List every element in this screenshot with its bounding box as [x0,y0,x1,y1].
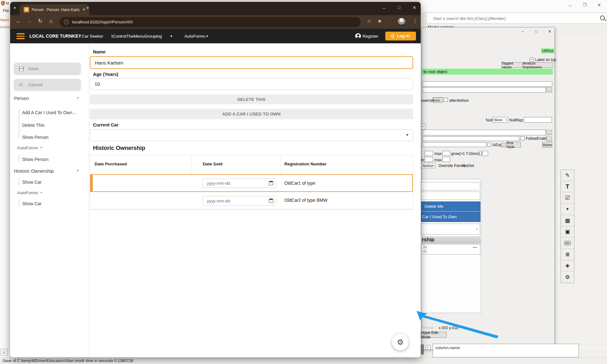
desktop-restore-button[interactable]: ❐ [581,3,588,7]
prototype-car-button[interactable]: Car I Used To Own [421,212,480,222]
home-button[interactable]: ⌂ [49,18,53,24]
column-name-panel[interactable]: column.name [433,344,579,357]
date-sold-input-row2[interactable] [202,196,276,206]
calendar-icon[interactable]: ▦ [561,215,574,226]
register-button[interactable]: Register [362,34,378,39]
cancel-button[interactable]: ⊘ Cancel [14,79,81,91]
tab-search-chevron[interactable]: ▾ [14,6,16,10]
desktop-close-button[interactable]: ✕ [595,3,603,8]
image-icon[interactable]: ▣ [561,226,574,238]
desktop-minimize-button[interactable]: – [566,3,574,8]
max-height-field[interactable] [442,157,450,162]
prototype-textbox-1[interactable] [421,182,480,190]
reload-button[interactable]: ↻ [38,18,42,24]
sidebar-group-person[interactable]: Person [14,96,29,101]
address-bar[interactable]: i localhost:8182/App#/Person/4!0 [59,17,361,27]
date-sold-input-row1[interactable] [202,178,276,188]
null-dropdown[interactable]: None▾ [493,117,508,123]
min-width-field[interactable] [424,151,433,156]
browser-close-button[interactable]: ✕ [411,5,418,10]
notset-dropdown[interactable]: NotSet▾ [421,163,436,168]
sidebar-item-delete-this[interactable]: Delete This [22,123,45,128]
prototype-delete-me-button[interactable]: Delete Me [421,201,480,211]
bookmark-star-icon[interactable]: ☆ [367,18,371,24]
min-height-field[interactable] [424,157,433,162]
expression-field-1[interactable] [423,81,552,87]
calendar-icon[interactable] [269,181,273,185]
expression-ellipsis-button-1[interactable]: ... [546,87,552,92]
max-width-field[interactable] [442,151,450,156]
expression-field-4[interactable] [423,136,519,141]
settings-fab[interactable]: ⚙ [392,334,409,350]
sidebar-item-show-car-2[interactable]: Show Car [22,201,41,206]
followenable-ellipsis-button[interactable]: ... [546,137,552,141]
followenable-checkbox[interactable] [520,136,524,140]
browser-menu-button[interactable]: ⋮ [412,18,418,24]
sidebar-item-show-car[interactable]: Show Car [22,180,41,185]
edit-icon[interactable]: ✎ [561,170,574,181]
pick-style-button[interactable]: Pick Style [506,142,521,148]
analyze-expressions-button[interactable]: Analyze expressions [523,62,553,68]
expression-ellipsis-button-2[interactable]: ... [546,130,552,135]
browser-minimize-button[interactable]: – [380,5,388,10]
bottom-combo[interactable]: ▾ [426,345,430,350]
grow-field[interactable]: 2 [480,151,488,156]
prototype-edit-mode-button[interactable]: otype Edit-Mode [421,332,447,338]
expression-field-2[interactable] [423,87,546,93]
viewEditor-close-button[interactable]: ✕ [547,29,553,34]
sidebar-group-autoforms-2[interactable]: AutoForms [17,190,38,195]
prototype-textbox-2[interactable] [421,192,480,200]
cube-icon[interactable]: ◈ [561,260,574,272]
checkbox-icon[interactable]: ☑ [561,192,574,204]
styles-button[interactable]: Styles [542,142,552,148]
site-info-icon[interactable]: i [64,20,69,24]
start-tab[interactable]: Start! [0,18,9,22]
expression-field-3[interactable] [423,130,546,135]
model-search-input[interactable] [432,15,595,22]
icon-picker-button[interactable]: Icon... [433,97,443,103]
nav-item-autoforms[interactable]: AutoForms [184,34,205,39]
delete-this-button[interactable]: DELETE THIS [90,94,413,104]
sidebar-group-autoforms-1[interactable]: AutoForms [17,145,38,150]
save-button[interactable]: Save [14,63,81,75]
browser-tab[interactable]: M Person : Person: Hans Karlsen ✕ [20,4,89,15]
current-car-select[interactable]: ▾ [90,129,413,141]
hamburger-menu-icon[interactable] [16,33,25,39]
nav-item-car-seeker[interactable]: Car Seeker [82,34,103,39]
extensions-icon[interactable]: ❖ [378,19,382,24]
nav-item-icontrolthemenugrouping[interactable]: IControlTheMenuGrouping [111,34,162,39]
profile-avatar[interactable] [397,17,406,26]
viewEditor-maximize-button[interactable]: □ [533,29,539,34]
scroll-left-button[interactable]: ‹ [0,349,8,356]
age-input[interactable] [90,78,413,90]
login-button[interactable]: Log in [385,32,416,40]
sidebar-item-show-person[interactable]: Show Person [22,135,48,140]
after-before-checkbox[interactable] [444,98,448,102]
button-icon[interactable]: btn [561,238,574,249]
browser-maximize-button[interactable]: □ [395,5,403,10]
back-button[interactable]: ← [16,18,21,24]
prototype-dropdown[interactable]: ▾ [421,224,480,235]
sidebar-item-add-a-car[interactable]: Add A Car I Used To Own… [22,110,77,115]
tagged-values-button[interactable]: Tagged values [501,62,523,68]
chevron-right-icon[interactable]: › [423,350,424,354]
new-tab-button[interactable]: + [86,5,89,11]
sidebar-group-historic-ownership[interactable]: Historic Ownership [14,168,54,174]
model-search-box[interactable] [426,13,607,23]
sidebar-item-show-person-2[interactable]: Show Person [22,157,48,162]
name-input[interactable] [90,56,413,69]
combo-sliver[interactable]: ▾ [421,124,425,129]
tab-close-button[interactable]: ✕ [83,8,85,12]
viewEditor-minimize-button[interactable]: – [519,29,526,34]
add-car-button[interactable]: ADD A CAR I USED TO OWN [90,109,413,119]
window-gear-icon[interactable]: ⚙ [561,271,574,283]
dropdown-icon[interactable]: ▼ [561,204,574,215]
file-menu[interactable]: File [3,9,9,13]
isexp-checkbox[interactable] [487,143,491,146]
style-ellipsis-button[interactable]: ... [501,143,506,147]
more-options-dots[interactable]: ••• [473,245,477,249]
calendar-icon[interactable] [269,199,273,203]
forward-button[interactable]: → [27,18,32,24]
prototype-listbox[interactable]: gis mt ••• [421,244,480,255]
style-field[interactable] [423,142,486,147]
